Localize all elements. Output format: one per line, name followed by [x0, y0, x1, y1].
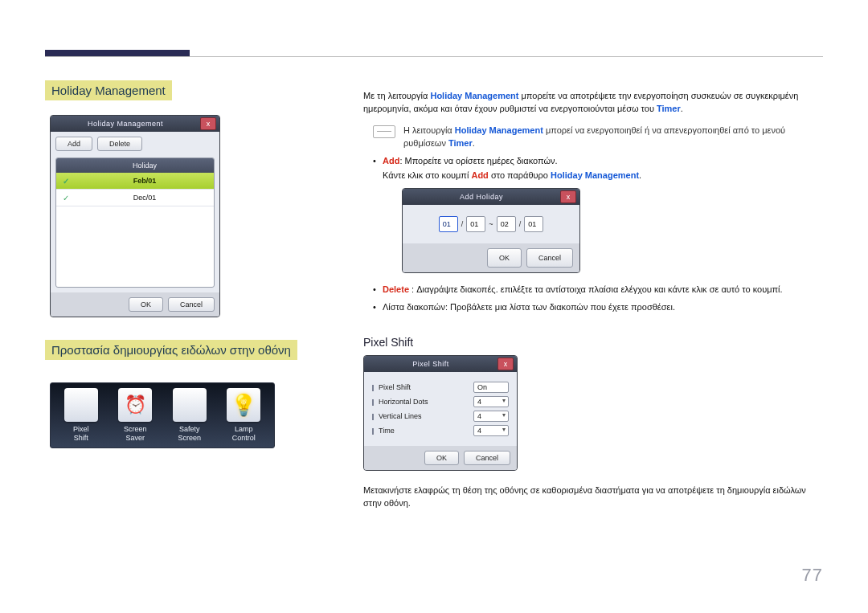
dialog-body: Pixel Shift On Horizontal Dots 4 Vertica…: [364, 372, 517, 446]
to-month-select[interactable]: 02: [497, 216, 516, 232]
page-number: 77: [802, 565, 823, 586]
holiday-date: Feb/01: [76, 177, 214, 185]
bullet-delete: Delete : Διαγράψτε διακοπές. επιλέξτε τα…: [383, 283, 823, 296]
cancel-button[interactable]: Cancel: [168, 297, 215, 312]
list-header: Holiday: [56, 158, 214, 173]
time-row: Time 4: [372, 425, 509, 436]
keyword-timer: Timer: [657, 104, 681, 113]
ok-button[interactable]: OK: [129, 297, 163, 312]
keyword-holiday-management: Holiday Management: [430, 91, 518, 100]
cancel-button[interactable]: Cancel: [526, 248, 573, 268]
close-icon[interactable]: x: [497, 358, 514, 370]
vertical-lines-row: Vertical Lines 4: [372, 411, 509, 422]
section-title-screen-protection: Προστασία δημιουργίας ειδώλων στην οθόνη: [45, 340, 297, 360]
keyword-delete: Delete: [383, 284, 409, 294]
pixel-shift-item[interactable]: Pixel Shift: [58, 388, 104, 446]
list-row[interactable]: ✓ Dec/01: [56, 190, 214, 206]
holiday-list: Holiday ✓ Feb/01 ✓ Dec/01: [55, 157, 215, 288]
bullet-add-subline: Κάντε κλικ στο κουμπί Add στο παράθυρο H…: [383, 169, 823, 182]
screen-saver-icon: ⏰: [118, 388, 152, 422]
dialog-toolbar: Add Delete: [55, 137, 215, 151]
keyword-add: Add: [471, 170, 488, 180]
section-title-holiday-management: Holiday Management: [45, 80, 172, 100]
dialog-titlebar: Pixel Shift x: [364, 356, 517, 372]
dialog-title: Pixel Shift: [364, 360, 497, 368]
safety-screen-icon: [173, 388, 207, 422]
holiday-column-header: Holiday: [76, 161, 214, 170]
intro-paragraph: Με τη λειτουργία Holiday Management μπορ…: [363, 89, 823, 115]
holiday-management-dialog: Holiday Management x Add Delete Holiday …: [50, 115, 220, 317]
bullet-add: Add: Μπορείτε να ορίσετε ημέρες διακοπών…: [383, 154, 823, 273]
note-block: Η λειτουργία Holiday Management μπορεί ν…: [373, 124, 823, 149]
dialog-title: Holiday Management: [51, 120, 200, 128]
dialog-titlebar: Add Holiday x: [403, 189, 579, 205]
label: Horizontal Dots: [372, 398, 428, 406]
keyword-timer: Timer: [448, 138, 473, 148]
header-rule: [45, 56, 823, 57]
screen-saver-item[interactable]: ⏰ Screen Saver: [112, 388, 158, 446]
pixel-shift-heading: Pixel Shift: [363, 336, 823, 349]
close-icon[interactable]: x: [200, 117, 216, 130]
lamp-control-icon: 💡: [227, 388, 260, 422]
tilde-separator: ~: [489, 218, 493, 231]
text: Κάντε κλικ στο κουμπί: [383, 170, 471, 180]
pixel-shift-dialog: Pixel Shift x Pixel Shift On Horizontal …: [363, 355, 518, 471]
left-column: Holiday Management Holiday Management x …: [45, 80, 310, 448]
list-row-selected[interactable]: ✓ Feb/01: [56, 173, 214, 190]
label: Vertical Lines: [372, 412, 422, 420]
separator: /: [519, 218, 522, 231]
check-icon[interactable]: ✓: [56, 194, 76, 202]
cancel-button[interactable]: Cancel: [464, 451, 510, 465]
dialog-titlebar: Holiday Management x: [51, 116, 219, 132]
dialog-body: 01 / 01 ~ 02 / 01: [403, 205, 579, 243]
from-month-select[interactable]: 01: [439, 216, 458, 232]
keyword-holiday-management: Holiday Management: [551, 170, 639, 180]
add-holiday-dialog: Add Holiday x 01 / 01 ~ 02 / 01: [402, 188, 580, 273]
bullet-list: Add: Μπορείτε να ορίσετε ημέρες διακοπών…: [363, 154, 823, 313]
vertical-lines-select[interactable]: 4: [473, 411, 509, 422]
pixel-shift-value[interactable]: On: [473, 382, 509, 393]
label: Time: [372, 427, 395, 435]
separator: /: [461, 218, 464, 231]
dialog-footer: OK Cancel: [51, 292, 219, 317]
text: Η λειτουργία: [403, 125, 455, 135]
checkbox-column-header: [56, 161, 76, 170]
check-icon[interactable]: ✓: [56, 177, 76, 186]
lamp-control-item[interactable]: 💡 Lamp Control: [220, 388, 267, 446]
keyword-holiday-management: Holiday Management: [455, 125, 543, 135]
right-column: Με τη λειτουργία Holiday Management μπορ…: [363, 80, 823, 518]
close-icon[interactable]: x: [560, 190, 576, 203]
pixel-shift-row: Pixel Shift On: [372, 382, 509, 393]
to-day-select[interactable]: 01: [524, 216, 543, 232]
page: Holiday Management Holiday Management x …: [0, 0, 868, 613]
keyword-add: Add: [383, 156, 399, 166]
ok-button[interactable]: OK: [487, 248, 522, 268]
dialog-title: Add Holiday: [403, 190, 560, 203]
text: στο παράθυρο: [489, 170, 551, 180]
ok-button[interactable]: OK: [424, 451, 459, 465]
text: : Διαγράψτε διακοπές. επιλέξτε τα αντίστ…: [409, 284, 783, 294]
dialog-footer: OK Cancel: [364, 446, 517, 470]
bullet-holiday-list: Λίστα διακοπών: Προβάλετε μια λίστα των …: [383, 300, 823, 313]
delete-button[interactable]: Delete: [97, 137, 142, 151]
screen-saver-label: Screen Saver: [112, 425, 158, 446]
header-accent-bar: [45, 50, 190, 56]
lamp-control-label: Lamp Control: [220, 425, 267, 446]
horizontal-dots-select[interactable]: 4: [473, 396, 509, 407]
horizontal-dots-row: Horizontal Dots 4: [372, 396, 509, 407]
pixel-shift-icon: [64, 388, 98, 422]
date-range-fields: 01 / 01 ~ 02 / 01: [411, 216, 571, 232]
from-day-select[interactable]: 01: [466, 216, 485, 232]
text: .: [639, 170, 641, 180]
add-button[interactable]: Add: [55, 137, 92, 151]
safety-screen-label: Safety Screen: [166, 425, 213, 446]
text: Με τη λειτουργία: [363, 91, 430, 100]
time-select[interactable]: 4: [473, 425, 509, 436]
pixel-shift-description: Μετακινήστε ελαφρώς τη θέση της οθόνης σ…: [363, 484, 823, 509]
text: : Μπορείτε να ορίσετε ημέρες διακοπών.: [399, 156, 557, 166]
note-text: Η λειτουργία Holiday Management μπορεί ν…: [403, 124, 823, 149]
note-icon: [373, 125, 395, 138]
pixel-shift-label: Pixel Shift: [58, 425, 104, 446]
safety-screen-item[interactable]: Safety Screen: [166, 388, 213, 446]
label: Pixel Shift: [372, 383, 411, 391]
